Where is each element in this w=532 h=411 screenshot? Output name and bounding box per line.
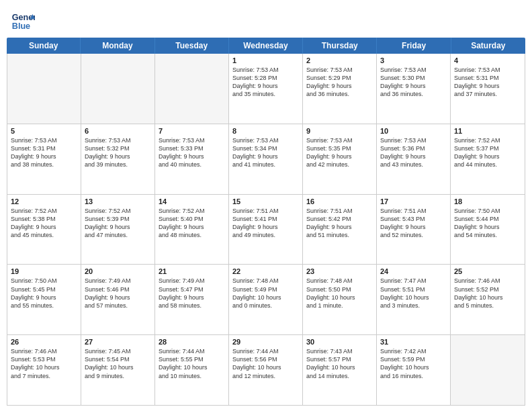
cell-info: Sunrise: 7:46 AM Sunset: 5:52 PM Dayligh… xyxy=(454,277,521,310)
weekday-header-saturday: Saturday xyxy=(451,38,525,54)
calendar-cell-3-0: 19Sunrise: 7:50 AM Sunset: 5:45 PM Dayli… xyxy=(7,265,81,334)
day-number: 15 xyxy=(232,197,299,205)
day-number: 21 xyxy=(159,267,225,275)
calendar-cell-2-6: 18Sunrise: 7:50 AM Sunset: 5:44 PM Dayli… xyxy=(451,195,525,265)
calendar-cell-1-2: 7Sunrise: 7:53 AM Sunset: 5:33 PM Daylig… xyxy=(155,124,229,194)
day-number: 17 xyxy=(380,197,447,205)
day-number: 14 xyxy=(159,197,225,205)
cell-info: Sunrise: 7:53 AM Sunset: 5:31 PM Dayligh… xyxy=(11,136,77,169)
calendar-cell-4-3: 29Sunrise: 7:44 AM Sunset: 5:56 PM Dayli… xyxy=(229,335,303,405)
calendar-cell-0-2 xyxy=(155,54,229,124)
cell-info: Sunrise: 7:53 AM Sunset: 5:30 PM Dayligh… xyxy=(380,66,447,99)
calendar-cell-2-4: 16Sunrise: 7:51 AM Sunset: 5:42 PM Dayli… xyxy=(303,195,377,265)
calendar-cell-1-5: 10Sunrise: 7:53 AM Sunset: 5:36 PM Dayli… xyxy=(377,124,451,194)
calendar-row-0: 1Sunrise: 7:53 AM Sunset: 5:28 PM Daylig… xyxy=(7,54,525,124)
weekday-header-friday: Friday xyxy=(377,38,451,54)
calendar-cell-4-1: 27Sunrise: 7:45 AM Sunset: 5:54 PM Dayli… xyxy=(81,335,155,405)
calendar-cell-3-1: 20Sunrise: 7:49 AM Sunset: 5:46 PM Dayli… xyxy=(81,265,155,334)
logo-icon: General Blue xyxy=(11,8,35,32)
cell-info: Sunrise: 7:51 AM Sunset: 5:43 PM Dayligh… xyxy=(380,207,447,240)
cell-info: Sunrise: 7:53 AM Sunset: 5:35 PM Dayligh… xyxy=(306,136,373,169)
calendar: SundayMondayTuesdayWednesdayThursdayFrid… xyxy=(0,38,532,411)
cell-info: Sunrise: 7:42 AM Sunset: 5:59 PM Dayligh… xyxy=(380,347,447,380)
calendar-cell-3-3: 22Sunrise: 7:48 AM Sunset: 5:49 PM Dayli… xyxy=(229,265,303,334)
calendar-cell-3-5: 24Sunrise: 7:47 AM Sunset: 5:51 PM Dayli… xyxy=(377,265,451,334)
day-number: 23 xyxy=(306,267,373,275)
weekday-header-thursday: Thursday xyxy=(303,38,377,54)
calendar-cell-1-4: 9Sunrise: 7:53 AM Sunset: 5:35 PM Daylig… xyxy=(303,124,377,194)
svg-text:Blue: Blue xyxy=(12,21,30,31)
calendar-row-2: 12Sunrise: 7:52 AM Sunset: 5:38 PM Dayli… xyxy=(7,195,525,265)
cell-info: Sunrise: 7:53 AM Sunset: 5:32 PM Dayligh… xyxy=(85,136,151,169)
cell-info: Sunrise: 7:53 AM Sunset: 5:33 PM Dayligh… xyxy=(159,136,225,169)
day-number: 20 xyxy=(85,267,151,275)
calendar-row-4: 26Sunrise: 7:46 AM Sunset: 5:53 PM Dayli… xyxy=(7,335,525,405)
calendar-row-1: 5Sunrise: 7:53 AM Sunset: 5:31 PM Daylig… xyxy=(7,124,525,195)
calendar-cell-2-0: 12Sunrise: 7:52 AM Sunset: 5:38 PM Dayli… xyxy=(7,195,81,265)
calendar-cell-2-5: 17Sunrise: 7:51 AM Sunset: 5:43 PM Dayli… xyxy=(377,195,451,265)
cell-info: Sunrise: 7:43 AM Sunset: 5:57 PM Dayligh… xyxy=(306,347,373,380)
cell-info: Sunrise: 7:51 AM Sunset: 5:42 PM Dayligh… xyxy=(306,207,373,240)
cell-info: Sunrise: 7:52 AM Sunset: 5:37 PM Dayligh… xyxy=(454,136,521,169)
cell-info: Sunrise: 7:48 AM Sunset: 5:49 PM Dayligh… xyxy=(232,277,299,310)
day-number: 26 xyxy=(11,338,77,346)
day-number: 18 xyxy=(454,197,521,205)
cell-info: Sunrise: 7:49 AM Sunset: 5:47 PM Dayligh… xyxy=(159,277,225,310)
cell-info: Sunrise: 7:44 AM Sunset: 5:55 PM Dayligh… xyxy=(159,347,225,380)
day-number: 1 xyxy=(232,56,299,64)
calendar-cell-4-2: 28Sunrise: 7:44 AM Sunset: 5:55 PM Dayli… xyxy=(155,335,229,405)
day-number: 8 xyxy=(232,127,299,135)
cell-info: Sunrise: 7:47 AM Sunset: 5:51 PM Dayligh… xyxy=(380,277,447,310)
weekday-header-wednesday: Wednesday xyxy=(229,38,303,54)
calendar-cell-1-0: 5Sunrise: 7:53 AM Sunset: 5:31 PM Daylig… xyxy=(7,124,81,194)
cell-info: Sunrise: 7:53 AM Sunset: 5:36 PM Dayligh… xyxy=(380,136,447,169)
day-number: 4 xyxy=(454,56,521,64)
calendar-header: SundayMondayTuesdayWednesdayThursdayFrid… xyxy=(7,38,525,54)
calendar-cell-2-3: 15Sunrise: 7:51 AM Sunset: 5:41 PM Dayli… xyxy=(229,195,303,265)
day-number: 2 xyxy=(306,56,373,64)
calendar-cell-1-1: 6Sunrise: 7:53 AM Sunset: 5:32 PM Daylig… xyxy=(81,124,155,194)
day-number: 9 xyxy=(306,127,373,135)
calendar-cell-2-1: 13Sunrise: 7:52 AM Sunset: 5:39 PM Dayli… xyxy=(81,195,155,265)
day-number: 19 xyxy=(11,267,77,275)
day-number: 7 xyxy=(159,127,225,135)
cell-info: Sunrise: 7:52 AM Sunset: 5:40 PM Dayligh… xyxy=(159,207,225,240)
calendar-cell-4-0: 26Sunrise: 7:46 AM Sunset: 5:53 PM Dayli… xyxy=(7,335,81,405)
calendar-cell-0-1 xyxy=(81,54,155,124)
calendar-cell-4-6 xyxy=(451,335,525,405)
cell-info: Sunrise: 7:53 AM Sunset: 5:29 PM Dayligh… xyxy=(306,66,373,99)
calendar-body: 1Sunrise: 7:53 AM Sunset: 5:28 PM Daylig… xyxy=(7,54,525,406)
cell-info: Sunrise: 7:52 AM Sunset: 5:38 PM Dayligh… xyxy=(11,207,77,240)
day-number: 6 xyxy=(85,127,151,135)
cell-info: Sunrise: 7:49 AM Sunset: 5:46 PM Dayligh… xyxy=(85,277,151,310)
day-number: 10 xyxy=(380,127,447,135)
cell-info: Sunrise: 7:45 AM Sunset: 5:54 PM Dayligh… xyxy=(85,347,151,380)
cell-info: Sunrise: 7:44 AM Sunset: 5:56 PM Dayligh… xyxy=(232,347,299,380)
weekday-header-sunday: Sunday xyxy=(7,38,81,54)
calendar-cell-3-2: 21Sunrise: 7:49 AM Sunset: 5:47 PM Dayli… xyxy=(155,265,229,334)
calendar-cell-0-5: 3Sunrise: 7:53 AM Sunset: 5:30 PM Daylig… xyxy=(377,54,451,124)
day-number: 16 xyxy=(306,197,373,205)
cell-info: Sunrise: 7:53 AM Sunset: 5:34 PM Dayligh… xyxy=(232,136,299,169)
cell-info: Sunrise: 7:51 AM Sunset: 5:41 PM Dayligh… xyxy=(232,207,299,240)
calendar-cell-0-3: 1Sunrise: 7:53 AM Sunset: 5:28 PM Daylig… xyxy=(229,54,303,124)
calendar-cell-1-3: 8Sunrise: 7:53 AM Sunset: 5:34 PM Daylig… xyxy=(229,124,303,194)
day-number: 31 xyxy=(380,338,447,346)
day-number: 29 xyxy=(232,338,299,346)
day-number: 3 xyxy=(380,56,447,64)
day-number: 30 xyxy=(306,338,373,346)
cell-info: Sunrise: 7:50 AM Sunset: 5:45 PM Dayligh… xyxy=(11,277,77,310)
day-number: 11 xyxy=(454,127,521,135)
weekday-header-tuesday: Tuesday xyxy=(155,38,229,54)
calendar-cell-0-4: 2Sunrise: 7:53 AM Sunset: 5:29 PM Daylig… xyxy=(303,54,377,124)
day-number: 25 xyxy=(454,267,521,275)
calendar-cell-2-2: 14Sunrise: 7:52 AM Sunset: 5:40 PM Dayli… xyxy=(155,195,229,265)
day-number: 5 xyxy=(11,127,77,135)
weekday-header-monday: Monday xyxy=(81,38,154,54)
calendar-row-3: 19Sunrise: 7:50 AM Sunset: 5:45 PM Dayli… xyxy=(7,265,525,335)
calendar-cell-3-6: 25Sunrise: 7:46 AM Sunset: 5:52 PM Dayli… xyxy=(451,265,525,334)
cell-info: Sunrise: 7:50 AM Sunset: 5:44 PM Dayligh… xyxy=(454,207,521,240)
day-number: 24 xyxy=(380,267,447,275)
day-number: 13 xyxy=(85,197,151,205)
calendar-cell-4-4: 30Sunrise: 7:43 AM Sunset: 5:57 PM Dayli… xyxy=(303,335,377,405)
